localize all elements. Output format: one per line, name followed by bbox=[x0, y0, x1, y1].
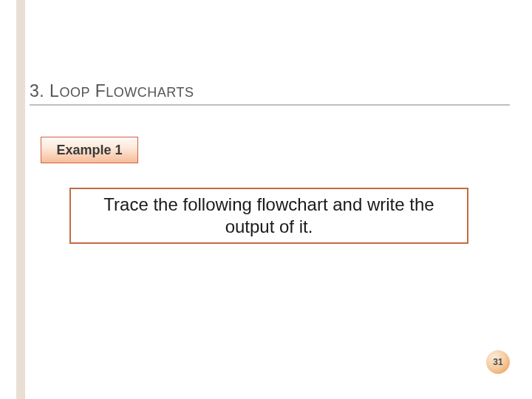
section-heading: 3. LOOP FLOWCHARTS bbox=[30, 81, 510, 106]
heading-word2-tail: LOWCHARTS bbox=[106, 85, 194, 100]
left-accent-bar bbox=[16, 0, 25, 399]
section-number: 3. bbox=[30, 81, 44, 100]
page-number-badge: 31 bbox=[486, 350, 510, 374]
task-text: Trace the following flowchart and write … bbox=[81, 194, 457, 238]
task-box: Trace the following flowchart and write … bbox=[69, 188, 468, 244]
heading-word2-lead: F bbox=[95, 81, 106, 100]
page-number: 31 bbox=[493, 357, 502, 367]
heading-word1-lead: L bbox=[50, 81, 59, 100]
example-badge-label: Example 1 bbox=[56, 143, 122, 158]
heading-word1-tail: OOP bbox=[59, 85, 90, 100]
example-badge: Example 1 bbox=[41, 137, 138, 163]
